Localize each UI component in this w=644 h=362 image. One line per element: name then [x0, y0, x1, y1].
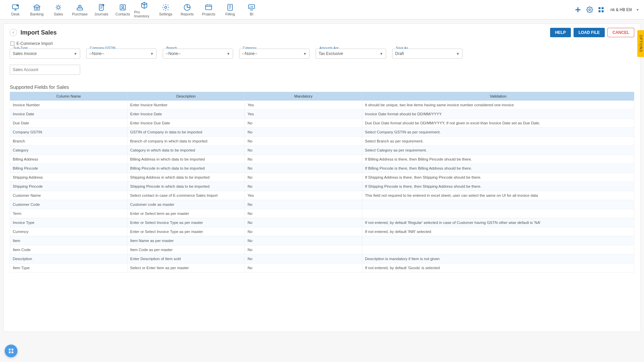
table-cell: No [245, 200, 362, 209]
table-cell: Shipping Pincode in which data to be imp… [127, 182, 245, 191]
load-file-button[interactable]: LOAD FILE [574, 28, 605, 37]
nav-item-sales[interactable]: Sales [48, 0, 68, 19]
table-row: Invoice NumberEnter Invoice NumberYesIt … [10, 101, 634, 110]
table-cell: Enter Invoice Due Date [127, 119, 245, 128]
table-cell: No [245, 209, 362, 218]
apps-icon[interactable] [598, 6, 604, 13]
ecommerce-checkbox[interactable] [10, 42, 14, 46]
table-cell: No [245, 182, 362, 191]
table-cell [362, 209, 634, 218]
table-row: CategoryCategory in which data to be imp… [10, 146, 634, 155]
nav-label: Pro Inventory [134, 10, 154, 18]
table-row: Item TypeSelect or Enter Item as per mas… [10, 263, 634, 273]
amounts-are-select[interactable]: Tax Exclusive ▼ [316, 49, 386, 59]
table-cell: No [245, 164, 362, 173]
branch-select[interactable]: --None-- ▼ [163, 49, 233, 59]
nav-label: Journals [94, 12, 108, 16]
table-cell: Item Code [10, 245, 127, 254]
table-cell: It should be unique, two line items havi… [362, 101, 634, 110]
table-cell: No [245, 245, 362, 254]
org-name[interactable]: nk & HB Elit [610, 7, 632, 12]
table-cell: Enter or Select Invoice Type as per mast… [127, 227, 245, 236]
caret-icon: ▼ [380, 52, 383, 56]
table-cell: Category [10, 146, 127, 155]
nav-item-settings[interactable]: Settings [156, 0, 176, 19]
help-button[interactable]: HELP [550, 28, 571, 37]
th-validation: Validation [362, 92, 634, 101]
table-cell: Item Name as per master [127, 236, 245, 245]
sales-account-input[interactable] [10, 65, 80, 75]
bank-icon [33, 3, 41, 11]
table-cell: No [245, 218, 362, 227]
nav-item-projects[interactable]: Projects [199, 0, 219, 19]
plus-icon[interactable] [574, 6, 582, 13]
table-cell: If Shipping Pincode is there, then Shipp… [362, 182, 634, 191]
back-button[interactable] [10, 29, 17, 36]
company-gstin-select[interactable]: --None-- ▼ [86, 49, 157, 59]
svg-point-6 [122, 6, 124, 8]
table-cell: Category in which data to be imported [127, 146, 245, 155]
table-row: Invoice DateEnter Invoice DateYesInvoice… [10, 110, 634, 119]
nav-item-reports[interactable]: Reports [177, 0, 197, 19]
table-cell: Invoice Date format should be DD/MM/YYYY [362, 110, 634, 119]
th-column-name: Column Name [10, 92, 127, 101]
nav-item-journals[interactable]: Journals [91, 0, 111, 19]
table-cell: Currency [10, 227, 127, 236]
table-cell: Branch of company in which data to impor… [127, 137, 245, 146]
save-as-select[interactable]: Draft ▼ [392, 49, 463, 59]
table-cell: No [245, 155, 362, 164]
table-cell: Company GSTIN [10, 128, 127, 137]
journals-icon [97, 3, 105, 11]
table-cell: Billing Pincode in which data to be impo… [127, 164, 245, 173]
table-cell: Billing Address [10, 155, 127, 164]
nav-item-contacts[interactable]: Contacts [113, 0, 133, 19]
svg-rect-13 [602, 7, 604, 9]
nav-item-bi[interactable]: BI [241, 0, 262, 19]
table-cell: Billing Pincode [10, 164, 127, 173]
table-cell: No [245, 227, 362, 236]
table-cell: Enter or Select Invoice Type as per mast… [127, 218, 245, 227]
table-cell: No [245, 254, 362, 263]
ecommerce-row: E-Commerce Import [10, 41, 634, 46]
sales-icon [54, 3, 62, 11]
table-row: DescriptionEnter Description of Item sol… [10, 254, 634, 263]
table-cell: No [245, 236, 362, 245]
table-cell: Item Code as per master [127, 245, 245, 254]
table-cell: No [245, 173, 362, 182]
table-cell: If Billing Address is there, then Billin… [362, 155, 634, 164]
header-actions: HELP LOAD FILE CANCEL [550, 28, 634, 37]
svg-point-1 [17, 5, 18, 6]
table-cell: No [245, 128, 362, 137]
table-cell: Billing Address in which data to be impo… [127, 155, 245, 164]
table-cell: Due Due Date format should be DD/MM/YYYY… [362, 119, 634, 128]
sub-type-select[interactable]: Sales Invoice ▼ [10, 49, 80, 59]
gear-icon[interactable] [586, 6, 593, 13]
table-cell: Select Branch as per requirement. [362, 137, 634, 146]
reports-icon [183, 3, 191, 11]
nav-item-purchase[interactable]: Purchase [70, 0, 90, 19]
table-cell: Yes [245, 110, 362, 119]
nav-item-banking[interactable]: Banking [27, 0, 47, 19]
nav-item-filling[interactable]: Filling [220, 0, 240, 19]
nav-label: Reports [181, 12, 194, 16]
options-side-tab[interactable]: OPTIONS [637, 30, 644, 57]
cancel-button[interactable]: CANCEL [607, 28, 634, 37]
table-cell: If Billing Pincode is there, then Billin… [362, 164, 634, 173]
nav-label: Sales [54, 12, 63, 16]
table-cell: Yes [245, 101, 362, 110]
table-cell: If Shipping Address is there, then Shipp… [362, 173, 634, 182]
save-as-field: Save As Draft ▼ [392, 49, 463, 59]
table-row: Due DateEnter Invoice Due DateNoDue Due … [10, 119, 634, 128]
sub-type-field: Sub-Type Sales Invoice ▼ [10, 49, 80, 59]
table-cell: If not entered, by default 'Regular' sel… [362, 218, 634, 227]
chevron-down-icon[interactable]: ▾ [637, 7, 639, 12]
nav-item-desk[interactable]: Desk [5, 0, 25, 19]
category-select[interactable]: --None-- ▼ [239, 49, 310, 59]
nav-label: Settings [159, 12, 172, 16]
fields-table: Column Name Description Mandatory Valida… [10, 92, 634, 273]
page-title: Import Sales [20, 29, 57, 36]
amounts-are-field: Amounts Are Tax Exclusive ▼ [316, 49, 386, 59]
table-row: Shipping AddressShipping Address in whic… [10, 173, 634, 182]
table-cell: No [245, 119, 362, 128]
nav-item-inventory[interactable]: Pro Inventory [134, 0, 154, 19]
